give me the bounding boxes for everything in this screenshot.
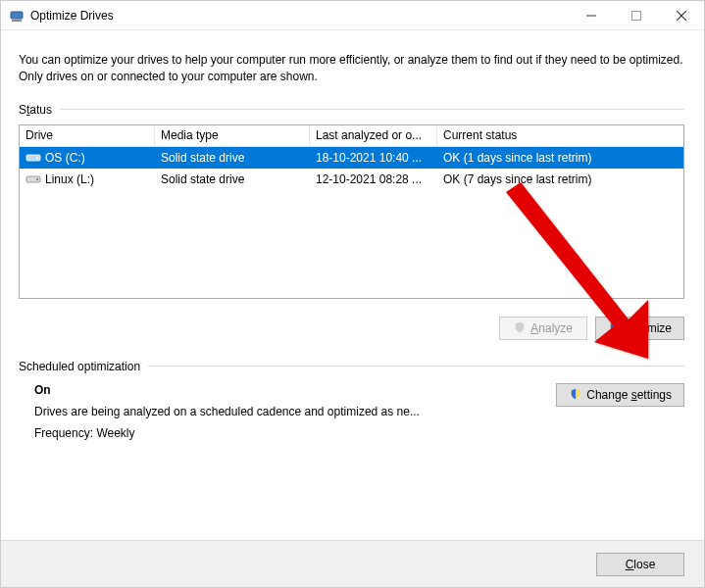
drive-last-analyzed: 18-10-2021 10:40 ... <box>310 151 437 165</box>
action-button-row: Analyze Optimize <box>19 317 684 340</box>
svg-point-7 <box>36 157 38 159</box>
column-current-status[interactable]: Current status <box>437 125 683 146</box>
drive-last-analyzed: 12-10-2021 08:28 ... <box>310 172 437 186</box>
drive-icon <box>25 173 41 185</box>
drive-name: Linux (L:) <box>45 172 94 186</box>
drives-column-headers[interactable]: Drive Media type Last analyzed or o... C… <box>20 125 683 147</box>
bottom-bar: Close <box>1 540 704 587</box>
scheduled-frequency: Frequency: Weekly <box>34 426 556 440</box>
column-drive[interactable]: Drive <box>20 125 155 146</box>
drive-row[interactable]: Linux (L:)Solid state drive12-10-2021 08… <box>20 169 683 190</box>
shield-icon <box>608 321 622 335</box>
maximize-button[interactable] <box>614 1 659 30</box>
svg-rect-0 <box>11 12 23 19</box>
status-header: Status <box>19 103 684 117</box>
drive-row[interactable]: OS (C:)Solid state drive18-10-2021 10:40… <box>20 147 683 169</box>
status-label: Status <box>19 103 52 117</box>
drive-media-type: Solid state drive <box>155 151 310 165</box>
minimize-button[interactable] <box>569 1 614 30</box>
drives-list[interactable]: Drive Media type Last analyzed or o... C… <box>19 124 684 299</box>
scheduled-block: On Drives are being analyzed on a schedu… <box>34 383 684 448</box>
window-title: Optimize Drives <box>30 9 114 23</box>
column-last-analyzed[interactable]: Last analyzed or o... <box>310 125 437 146</box>
shield-icon <box>569 388 582 402</box>
svg-point-9 <box>36 178 38 180</box>
close-window-button[interactable] <box>659 1 704 30</box>
svg-rect-3 <box>632 11 641 20</box>
title-bar: Optimize Drives <box>1 1 704 30</box>
svg-rect-1 <box>12 20 22 22</box>
drive-icon <box>25 152 41 164</box>
column-media-type[interactable]: Media type <box>155 125 310 146</box>
description-text: You can optimize your drives to help you… <box>19 52 684 85</box>
scheduled-label: Scheduled optimization <box>19 360 140 373</box>
scheduled-description: Drives are being analyzed on a scheduled… <box>34 405 505 418</box>
close-button[interactable]: Close <box>596 553 684 576</box>
change-settings-button[interactable]: Change settings <box>556 383 684 407</box>
analyze-button: Analyze <box>499 317 587 340</box>
optimize-button[interactable]: Optimize <box>595 317 684 340</box>
drive-current-status: OK (7 days since last retrim) <box>437 172 683 186</box>
drive-current-status: OK (1 days since last retrim) <box>437 151 683 165</box>
main-content: You can optimize your drives to help you… <box>1 30 704 540</box>
drive-name: OS (C:) <box>45 151 85 165</box>
shield-icon <box>513 321 527 335</box>
app-icon <box>9 8 25 24</box>
drive-media-type: Solid state drive <box>155 172 310 186</box>
scheduled-state: On <box>34 383 556 397</box>
scheduled-header: Scheduled optimization <box>19 360 684 373</box>
